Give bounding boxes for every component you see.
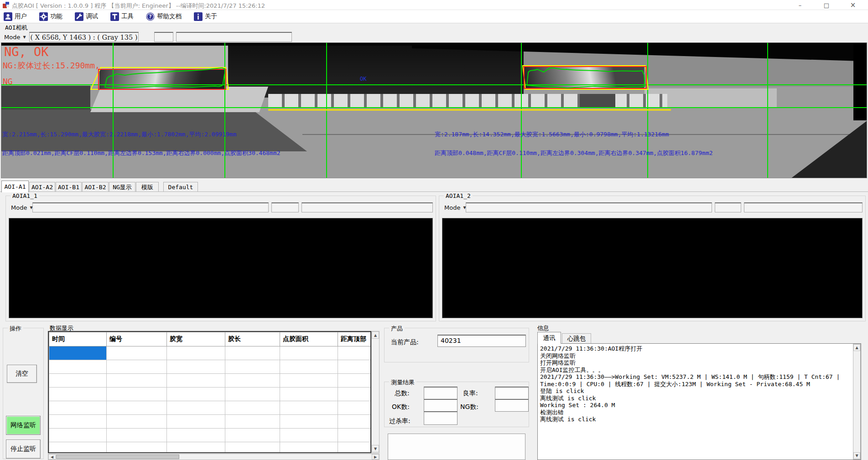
table-cell[interactable]: [280, 401, 338, 415]
selected-cell[interactable]: [49, 346, 107, 360]
table-cell[interactable]: [167, 401, 225, 415]
table-cell[interactable]: [107, 346, 167, 360]
table-cell[interactable]: [107, 388, 167, 401]
scroll-left-icon[interactable]: ◀: [48, 454, 56, 460]
panel2-image-display[interactable]: [442, 218, 863, 318]
total-field: [424, 387, 457, 399]
table-cell[interactable]: [338, 388, 371, 401]
table-cell[interactable]: [338, 415, 371, 429]
table-cell[interactable]: [49, 360, 107, 374]
column-header[interactable]: 胶宽: [167, 332, 225, 346]
tab-aoi-b1[interactable]: AOI-B1: [56, 182, 82, 192]
table-horizontal-scrollbar[interactable]: ◀ ▶: [48, 454, 379, 460]
table-cell[interactable]: [225, 415, 280, 429]
table-cell[interactable]: [49, 429, 107, 442]
table-cell[interactable]: [49, 374, 107, 388]
panel1-mode-dropdown[interactable]: Mode ▼: [9, 202, 35, 212]
table-cell[interactable]: [167, 429, 225, 442]
panel2-mode-dropdown[interactable]: Mode ▼: [442, 202, 468, 212]
table-cell[interactable]: [225, 374, 280, 388]
log-area[interactable]: 2021/7/29 11:36:30:AOI程序打开 关闭网络监听 打开网络监听…: [537, 343, 861, 460]
camera-mode-dropdown[interactable]: Mode ▼: [2, 32, 28, 42]
table-cell[interactable]: [49, 415, 107, 429]
table-cell[interactable]: [107, 415, 167, 429]
table-cell[interactable]: [167, 346, 225, 360]
panel-aoia1-2: AOIA1_2 Mode ▼: [439, 196, 866, 321]
tab-aoi-a1[interactable]: AOI-A1: [1, 181, 29, 192]
network-listen-button[interactable]: 网络监听: [6, 416, 41, 435]
table-cell[interactable]: [167, 360, 225, 374]
table-cell[interactable]: [225, 429, 280, 442]
panel1-image-display[interactable]: [9, 218, 433, 318]
table-cell[interactable]: [338, 346, 371, 360]
scrollbar-thumb[interactable]: [56, 455, 179, 459]
table-cell[interactable]: [107, 429, 167, 442]
toolbar-item-help[interactable]: ? 帮助文档: [146, 12, 182, 21]
log-line: 登陆 is click: [540, 388, 851, 395]
table-cell[interactable]: [107, 360, 167, 374]
toolbar-item-function[interactable]: 功能: [39, 12, 62, 21]
table-cell[interactable]: [280, 415, 338, 429]
table-vertical-scrollbar[interactable]: ▲ ▼: [371, 331, 379, 453]
column-header[interactable]: 点胶面积: [280, 332, 338, 346]
table-cell[interactable]: [225, 388, 280, 401]
column-header[interactable]: 编号: [107, 332, 167, 346]
scroll-right-icon[interactable]: ▶: [372, 454, 379, 460]
table-cell[interactable]: [107, 374, 167, 388]
table-cell[interactable]: [338, 401, 371, 415]
toolbar-item-tools[interactable]: 工具: [110, 12, 134, 21]
table-cell[interactable]: [280, 374, 338, 388]
tab-ng-display[interactable]: NG显示: [109, 182, 135, 192]
toolbar-item-about[interactable]: 关于: [194, 12, 217, 21]
toolbar-item-user[interactable]: 用户: [4, 12, 27, 21]
table-cell[interactable]: [107, 401, 167, 415]
table-cell[interactable]: [280, 360, 338, 374]
camera-mode-label: Mode: [4, 34, 20, 41]
tab-default[interactable]: Default: [163, 182, 198, 192]
tab-template[interactable]: 模版: [136, 182, 159, 192]
table-cell[interactable]: [338, 360, 371, 374]
ng-reason-text: NG:胶体过长:15.290mm,: [3, 60, 100, 71]
tab-comms[interactable]: 通讯: [537, 332, 561, 344]
scroll-down-icon[interactable]: ▼: [372, 445, 379, 452]
scroll-up-icon[interactable]: ▲: [853, 344, 860, 351]
camera-image-viewport[interactable]: NG, OK NG:胶体过长:15.290mm, NG OK 宽:2.215mm…: [1, 42, 867, 178]
tab-heartbeat[interactable]: 心跳包: [562, 333, 591, 344]
table-cell[interactable]: [280, 442, 338, 454]
table-cell[interactable]: [49, 401, 107, 415]
table-cell[interactable]: [225, 360, 280, 374]
table-cell[interactable]: [49, 442, 107, 454]
table-cell[interactable]: [107, 442, 167, 454]
column-header[interactable]: 胶长: [225, 332, 280, 346]
tab-aoi-a2[interactable]: AOI-A2: [29, 182, 55, 192]
table-cell[interactable]: [280, 429, 338, 442]
table-cell[interactable]: [280, 388, 338, 401]
table-cell[interactable]: [167, 374, 225, 388]
table-cell[interactable]: [225, 401, 280, 415]
table-cell[interactable]: [167, 415, 225, 429]
panel1-status-box-2: [271, 202, 299, 212]
toolbar-item-debug[interactable]: 调试: [75, 12, 98, 21]
log-scrollbar[interactable]: ▲ ▼: [853, 344, 861, 460]
camera-status-box-1: [154, 32, 173, 42]
table-cell[interactable]: [49, 388, 107, 401]
scroll-up-icon[interactable]: ▲: [372, 331, 379, 339]
clear-button[interactable]: 清空: [7, 365, 37, 383]
table-cell[interactable]: [167, 442, 225, 454]
column-header[interactable]: 时间: [49, 332, 107, 346]
table-cell[interactable]: [338, 442, 371, 454]
table-cell[interactable]: [167, 388, 225, 401]
table-cell[interactable]: [225, 442, 280, 454]
table-cell[interactable]: [338, 429, 371, 442]
close-button[interactable]: ×: [842, 0, 863, 10]
tab-aoi-b2[interactable]: AOI-B2: [82, 182, 109, 192]
table-cell[interactable]: [280, 346, 338, 360]
scroll-down-icon[interactable]: ▼: [853, 452, 860, 459]
column-header[interactable]: 距离顶部: [338, 332, 371, 346]
current-product-field[interactable]: 40231: [437, 335, 526, 347]
table-cell[interactable]: [225, 346, 280, 360]
table-cell[interactable]: [338, 374, 371, 388]
stop-listen-button[interactable]: 停止监听: [6, 439, 41, 459]
maximize-button[interactable]: □: [816, 0, 837, 10]
minimize-button[interactable]: –: [790, 0, 811, 10]
